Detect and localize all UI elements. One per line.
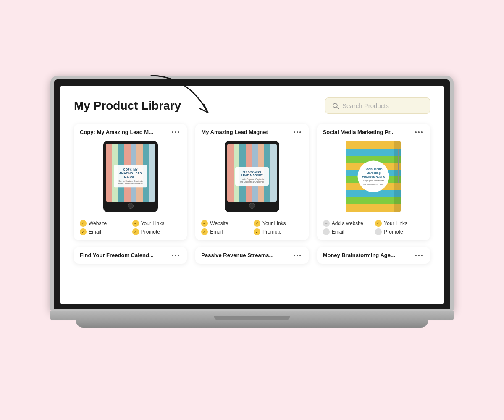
book-circle-3: Social Media Marketing Progress RubricFo… [358, 161, 389, 192]
dot [418, 131, 420, 133]
dot [415, 255, 417, 256]
badge-label-email-3: Email [332, 229, 344, 235]
badge-yourlinks-3: ✓ Your Links [375, 220, 424, 227]
badge-check-website-2: ✓ [201, 220, 208, 227]
bottom-card-3-header: Money Brainstorming Age... [323, 252, 424, 258]
bottom-card-2-menu[interactable] [292, 254, 303, 257]
laptop-base [50, 311, 454, 320]
badge-promote-3: – Promote [375, 228, 424, 235]
badge-label-promote-1: Promote [141, 229, 160, 235]
badge-label-email-2: Email [210, 229, 223, 235]
dot [421, 131, 423, 133]
card-2-header: My Amazing Lead Magnet [195, 124, 308, 139]
dot [175, 255, 176, 256]
badge-label-yourlinks-2: Your Links [262, 220, 286, 226]
card-3-badges: – Add a website ✓ Your Links – [317, 218, 430, 235]
dot [175, 131, 176, 133]
bottom-card-1-title: Find Your Freedom Calend... [80, 252, 154, 258]
dot [297, 131, 298, 133]
badge-check-promote-3: – [375, 228, 382, 235]
dot [299, 131, 301, 133]
card-2-thumbnail: MY AMAZING LEAD MAGNET How to Capture, C… [201, 139, 302, 214]
badge-email-3: – Email [323, 228, 372, 235]
badge-label-yourlinks-1: Your Links [141, 220, 165, 226]
dot [421, 255, 423, 256]
laptop-bezel: My Product Library Search Products [54, 79, 450, 309]
dot [172, 255, 173, 256]
card-3-menu[interactable] [413, 131, 424, 134]
badge-label-addwebsite-3: Add a website [332, 220, 363, 226]
bottom-card-3: Money Brainstorming Age... [317, 247, 430, 264]
tablet-label-sub-1: How to Capture, Captivate and Cultivate … [117, 180, 144, 185]
laptop: My Product Library Search Products [50, 76, 454, 328]
card-3-thumbnail: Social Media Marketing Progress RubricFo… [323, 139, 424, 214]
card-2-badges: ✓ Website ✓ Your Links ✓ [195, 218, 308, 235]
badge-label-promote-3: Promote [384, 229, 403, 235]
arrow-annotation [139, 71, 223, 126]
badge-check-email-2: ✓ [201, 228, 208, 235]
badge-check-email-1: ✓ [80, 228, 87, 235]
search-box[interactable]: Search Products [325, 97, 430, 114]
card-1-badges: ✓ Website ✓ Your Links ✓ [74, 218, 187, 235]
badge-website-1: ✓ Website [80, 220, 129, 227]
laptop-lid: My Product Library Search Products [50, 76, 454, 311]
product-card-1: Copy: My Amazing Lead M... [74, 124, 187, 240]
bottom-row: Find Your Freedom Calend... [74, 247, 430, 264]
tablet-label-sub-2: How to Capture, Captivate and Cultivate … [239, 178, 265, 183]
badge-website-2: ✓ Website [201, 220, 250, 227]
svg-line-1 [337, 107, 339, 109]
badge-check-addwebsite-3: – [323, 220, 330, 227]
tablet-home-btn-1 [128, 203, 134, 209]
badge-check-yourlinks-2: ✓ [254, 220, 260, 227]
card-1-menu[interactable] [170, 131, 181, 134]
bottom-card-1-menu[interactable] [170, 254, 181, 257]
screen-content: My Product Library Search Products [60, 86, 444, 304]
dot [294, 131, 295, 133]
badge-check-yourlinks-3: ✓ [375, 220, 382, 227]
tablet-home-btn-2 [249, 203, 255, 209]
book-spine-3 [394, 141, 401, 212]
dot [299, 255, 301, 256]
book-circle-text-3: Social Media Marketing Progress RubricFo… [361, 167, 386, 186]
bottom-card-1: Find Your Freedom Calend... [74, 247, 187, 264]
tablet-label-1: COPY: MY AMAZING LEAD MAGNET How to Capt… [114, 165, 147, 187]
dot [415, 131, 417, 133]
badge-yourlinks-2: ✓ Your Links [254, 220, 303, 227]
bottom-card-3-menu[interactable] [413, 254, 424, 257]
bottom-card-3-title: Money Brainstorming Age... [323, 252, 395, 258]
dot [418, 255, 420, 256]
badge-promote-2: ✓ Promote [254, 228, 303, 235]
badge-promote-1: ✓ Promote [132, 228, 181, 235]
badge-addwebsite-3: – Add a website [323, 220, 372, 227]
bottom-card-1-header: Find Your Freedom Calend... [80, 252, 181, 258]
bottom-card-2-title: Passive Revenue Streams... [201, 252, 273, 258]
tablet-mockup-2: MY AMAZING LEAD MAGNET How to Capture, C… [225, 141, 279, 212]
badge-email-2: ✓ Email [201, 228, 250, 235]
dot [178, 131, 179, 133]
badge-label-promote-2: Promote [262, 229, 281, 235]
card-2-title: My Amazing Lead Magnet [201, 129, 268, 135]
card-2-menu[interactable] [292, 131, 303, 134]
badge-check-promote-1: ✓ [132, 228, 139, 235]
dot [172, 131, 173, 133]
bottom-card-2-header: Passive Revenue Streams... [201, 252, 302, 258]
tablet-label-2: MY AMAZING LEAD MAGNET How to Capture, C… [235, 167, 269, 186]
book-mockup-3: Social Media Marketing Progress RubricFo… [346, 141, 401, 212]
book-pen-3 [398, 149, 399, 183]
search-icon [332, 102, 339, 109]
card-1-header: Copy: My Amazing Lead M... [74, 124, 187, 139]
products-grid: Copy: My Amazing Lead M... [74, 124, 430, 240]
bottom-card-2: Passive Revenue Streams... [195, 247, 308, 264]
dot [297, 255, 298, 256]
scene: My Product Library Search Products [50, 76, 454, 328]
badge-yourlinks-1: ✓ Your Links [132, 220, 181, 227]
card-3-header: Social Media Marketing Pr... [317, 124, 430, 139]
laptop-stand [76, 320, 428, 328]
laptop-screen: My Product Library Search Products [60, 86, 444, 304]
tablet-label-text-1: COPY: MY AMAZING LEAD MAGNET [117, 168, 144, 179]
badge-label-email-1: Email [89, 229, 101, 235]
card-1-thumbnail: COPY: MY AMAZING LEAD MAGNET How to Capt… [80, 139, 181, 214]
badge-check-promote-2: ✓ [254, 228, 260, 235]
tablet-label-text-2: MY AMAZING LEAD MAGNET [239, 170, 265, 177]
badge-label-website-1: Website [89, 220, 107, 226]
